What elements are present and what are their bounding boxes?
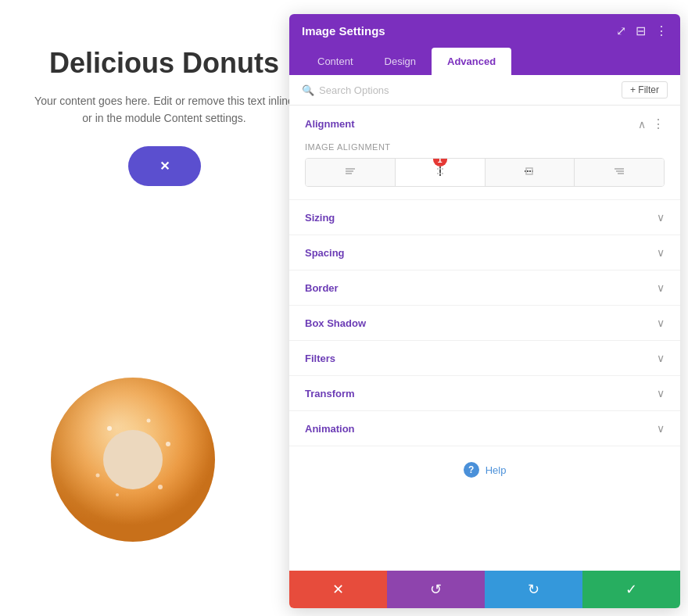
search-bar: 🔍 Search Options + Filter bbox=[289, 75, 680, 106]
svg-point-4 bbox=[107, 426, 112, 431]
section-filters-title: Filters bbox=[305, 353, 335, 364]
section-border-title: Border bbox=[305, 282, 339, 294]
section-border-header[interactable]: Border ∨ bbox=[289, 270, 680, 305]
svg-point-8 bbox=[158, 485, 163, 489]
section-sizing: Sizing ∨ bbox=[289, 200, 680, 235]
section-transform-header[interactable]: Transform ∨ bbox=[289, 376, 680, 410]
save-icon: ✓ bbox=[625, 581, 637, 598]
search-placeholder[interactable]: Search Options bbox=[319, 84, 389, 96]
section-transform: Transform ∨ bbox=[289, 376, 680, 411]
page-body-text: Your content goes here. Edit or remove t… bbox=[31, 92, 297, 127]
svg-point-3 bbox=[103, 430, 163, 489]
page-title: Delicious Donuts bbox=[31, 47, 297, 80]
section-box-shadow-title: Box Shadow bbox=[305, 317, 366, 329]
svg-point-7 bbox=[96, 474, 100, 478]
chevron-down-icon-transform: ∨ bbox=[657, 387, 665, 399]
help-label[interactable]: Help bbox=[486, 464, 507, 476]
help-area: ? Help bbox=[289, 446, 680, 493]
chevron-down-icon-box-shadow: ∨ bbox=[657, 317, 665, 329]
align-left-button[interactable] bbox=[306, 159, 396, 186]
section-animation-header[interactable]: Animation ∨ bbox=[289, 411, 680, 446]
donut-illustration bbox=[39, 366, 227, 553]
section-sizing-header[interactable]: Sizing ∨ bbox=[289, 200, 680, 235]
alignment-field-label: Image Alignment bbox=[305, 142, 665, 152]
align-center-icon bbox=[434, 165, 446, 180]
cta-button[interactable]: ✕ bbox=[128, 146, 201, 186]
more-icon[interactable]: ⋮ bbox=[655, 23, 668, 38]
section-spacing-header[interactable]: Spacing ∨ bbox=[289, 235, 680, 270]
help-icon: ? bbox=[464, 462, 479, 478]
section-filters-header[interactable]: Filters ∨ bbox=[289, 341, 680, 375]
section-alignment-body: Image Alignment 1 bbox=[289, 142, 680, 199]
section-box-shadow-header[interactable]: Box Shadow ∨ bbox=[289, 306, 680, 340]
alignment-options: 1 bbox=[305, 158, 665, 187]
tab-design[interactable]: Design bbox=[369, 48, 432, 75]
search-icon: 🔍 bbox=[302, 84, 314, 96]
cancel-button[interactable]: ✕ bbox=[289, 571, 387, 608]
align-vcenter-button[interactable] bbox=[486, 159, 575, 186]
expand-icon[interactable]: ⤢ bbox=[616, 23, 626, 38]
header-icons: ⤢ ⊟ ⋮ bbox=[616, 23, 668, 38]
section-alignment-icons: ∧ ⋮ bbox=[638, 116, 665, 131]
svg-point-9 bbox=[116, 493, 119, 496]
undo-button[interactable]: ↺ bbox=[387, 571, 485, 608]
panel-footer: ✕ ↺ ↻ ✓ bbox=[289, 571, 680, 608]
section-sizing-title: Sizing bbox=[305, 212, 335, 224]
chevron-down-icon-border: ∨ bbox=[657, 281, 665, 294]
section-alignment: Alignment ∧ ⋮ Image Alignment bbox=[289, 106, 680, 200]
chevron-down-icon-spacing: ∨ bbox=[657, 246, 665, 259]
section-spacing-title: Spacing bbox=[305, 247, 345, 259]
chevron-down-icon-filters: ∨ bbox=[657, 352, 665, 364]
align-right-icon bbox=[613, 165, 625, 180]
tab-content[interactable]: Content bbox=[302, 48, 369, 75]
panel-tabs: Content Design Advanced bbox=[289, 48, 680, 75]
panel-title: Image Settings bbox=[302, 24, 385, 38]
section-spacing: Spacing ∨ bbox=[289, 235, 680, 270]
save-button[interactable]: ✓ bbox=[582, 571, 680, 608]
section-transform-title: Transform bbox=[305, 388, 355, 399]
section-animation: Animation ∨ bbox=[289, 411, 680, 446]
chevron-down-icon-sizing: ∨ bbox=[657, 211, 665, 224]
settings-panel: Image Settings ⤢ ⊟ ⋮ Content Design Adva… bbox=[289, 14, 680, 608]
align-right-button[interactable] bbox=[575, 159, 664, 186]
align-center-button[interactable]: 1 bbox=[396, 159, 486, 186]
chevron-down-icon-animation: ∨ bbox=[657, 422, 665, 435]
section-dots-icon[interactable]: ⋮ bbox=[652, 116, 665, 131]
panel-header: Image Settings ⤢ ⊟ ⋮ bbox=[289, 14, 680, 48]
section-filters: Filters ∨ bbox=[289, 341, 680, 376]
section-alignment-title: Alignment bbox=[305, 118, 355, 130]
section-border: Border ∨ bbox=[289, 270, 680, 306]
section-box-shadow: Box Shadow ∨ bbox=[289, 306, 680, 341]
section-animation-title: Animation bbox=[305, 423, 355, 435]
panel-body: Alignment ∧ ⋮ Image Alignment bbox=[289, 106, 680, 571]
chevron-up-icon: ∧ bbox=[638, 118, 646, 131]
section-alignment-header[interactable]: Alignment ∧ ⋮ bbox=[289, 106, 680, 142]
search-input-wrap: 🔍 Search Options bbox=[302, 84, 389, 96]
svg-point-6 bbox=[166, 442, 170, 446]
redo-button[interactable]: ↻ bbox=[485, 571, 582, 608]
redo-icon: ↻ bbox=[528, 581, 539, 598]
filter-button[interactable]: + Filter bbox=[622, 81, 668, 98]
columns-icon[interactable]: ⊟ bbox=[636, 23, 646, 38]
svg-point-5 bbox=[147, 419, 151, 423]
align-left-icon bbox=[344, 165, 357, 180]
cancel-icon: ✕ bbox=[332, 581, 344, 598]
align-vcenter-icon bbox=[523, 165, 536, 180]
page-content-block: Delicious Donuts Your content goes here.… bbox=[31, 47, 297, 186]
undo-icon: ↺ bbox=[430, 581, 442, 598]
tab-advanced[interactable]: Advanced bbox=[432, 48, 511, 75]
